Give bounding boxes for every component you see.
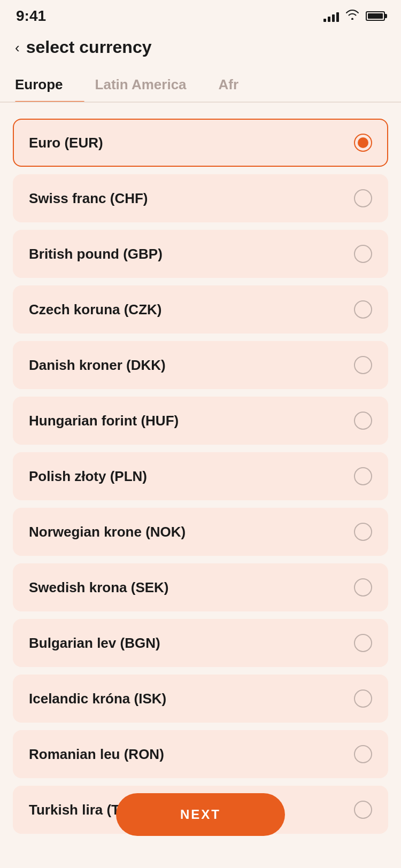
- currency-item-czk[interactable]: Czech koruna (CZK): [13, 285, 388, 334]
- radio-huf: [354, 412, 372, 430]
- currency-name-nok: Norwegian krone (NOK): [29, 524, 186, 540]
- radio-ron: [354, 745, 372, 763]
- status-icons: [323, 9, 385, 23]
- currency-item-huf[interactable]: Hungarian forint (HUF): [13, 397, 388, 445]
- page-title: select currency: [26, 37, 152, 57]
- radio-pln: [354, 467, 372, 485]
- tab-africa[interactable]: Afr: [208, 68, 239, 102]
- radio-gbp: [354, 245, 372, 263]
- currency-item-chf[interactable]: Swiss franc (CHF): [13, 174, 388, 222]
- radio-dkk: [354, 356, 372, 374]
- currency-list: Euro (EUR) Swiss franc (CHF) British pou…: [0, 119, 401, 834]
- status-time: 9:41: [16, 7, 46, 25]
- battery-icon: [366, 11, 385, 21]
- back-button[interactable]: ‹: [15, 41, 20, 55]
- currency-name-eur: Euro (EUR): [29, 135, 103, 151]
- currency-name-chf: Swiss franc (CHF): [29, 190, 148, 207]
- header: ‹ select currency: [0, 29, 401, 68]
- status-bar: 9:41: [0, 0, 401, 29]
- radio-eur: [354, 134, 372, 152]
- currency-item-nok[interactable]: Norwegian krone (NOK): [13, 508, 388, 556]
- currency-name-pln: Polish złoty (PLN): [29, 468, 147, 485]
- radio-nok: [354, 523, 372, 541]
- currency-item-ron[interactable]: Romanian leu (RON): [13, 730, 388, 778]
- currency-item-isk[interactable]: Icelandic króna (ISK): [13, 675, 388, 723]
- next-button[interactable]: NEXT: [116, 793, 285, 836]
- currency-item-pln[interactable]: Polish złoty (PLN): [13, 452, 388, 500]
- currency-name-huf: Hungarian forint (HUF): [29, 413, 179, 429]
- currency-name-sek: Swedish krona (SEK): [29, 579, 169, 596]
- radio-bgn: [354, 634, 372, 652]
- radio-chf: [354, 189, 372, 207]
- currency-name-ron: Romanian leu (RON): [29, 746, 164, 763]
- tab-europe[interactable]: Europe: [0, 68, 84, 102]
- wifi-icon: [345, 9, 359, 23]
- radio-inner-eur: [358, 137, 368, 148]
- currency-item-sek[interactable]: Swedish krona (SEK): [13, 563, 388, 611]
- tab-latin-america[interactable]: Latin America: [84, 68, 208, 102]
- radio-isk: [354, 689, 372, 708]
- currency-item-eur[interactable]: Euro (EUR): [13, 119, 388, 167]
- signal-icon: [323, 10, 339, 22]
- currency-name-czk: Czech koruna (CZK): [29, 301, 161, 318]
- currency-name-gbp: British pound (GBP): [29, 246, 163, 262]
- currency-item-dkk[interactable]: Danish kroner (DKK): [13, 341, 388, 389]
- currency-item-gbp[interactable]: British pound (GBP): [13, 230, 388, 278]
- tabs-container: Europe Latin America Afr: [0, 68, 401, 103]
- bottom-section: NEXT: [0, 782, 401, 847]
- radio-sek: [354, 578, 372, 596]
- currency-name-dkk: Danish kroner (DKK): [29, 357, 166, 374]
- currency-name-bgn: Bulgarian lev (BGN): [29, 635, 160, 652]
- radio-czk: [354, 300, 372, 319]
- currency-name-isk: Icelandic króna (ISK): [29, 691, 166, 707]
- currency-item-bgn[interactable]: Bulgarian lev (BGN): [13, 619, 388, 667]
